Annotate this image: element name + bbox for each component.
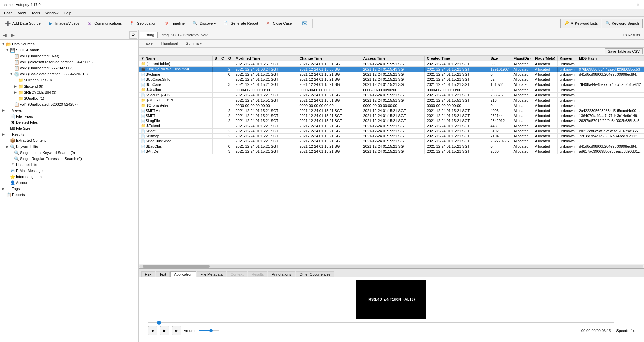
tree-item-interesting[interactable]: ⭐ Interesting Items	[0, 174, 138, 180]
table-row[interactable]: 📁 $Extend2021-12-24 01:15:21 SGT2021-12-…	[139, 123, 644, 129]
table-row[interactable]: 📄 $MFTMirr22021-12-24 01:15:21 SGT2021-1…	[139, 108, 644, 113]
maximize-button[interactable]: □	[627, 1, 633, 8]
tree-item-vol3[interactable]: ▼ 💿 vol3 (Basic data partition: 65664-52…	[0, 71, 138, 77]
nav-back-button[interactable]: ◀	[1, 32, 8, 38]
table-row[interactable]: 📄 $Volume02021-12-24 01:15:21 SGT2021-12…	[139, 72, 644, 77]
col-header-known[interactable]: Known	[557, 56, 577, 61]
tree-item-hashset[interactable]: # Hashset Hits	[0, 162, 138, 168]
tree-item-tags[interactable]: ▶ Tags	[0, 186, 138, 192]
tree-item-literal-search[interactable]: 🔍 Single Literal Keyword Search (0)	[0, 150, 138, 156]
tree-item-data-sources[interactable]: ▼ 📂 Data Sources	[0, 41, 138, 47]
col-header-md5[interactable]: MD5 Hash	[577, 56, 644, 61]
keyword-search-button[interactable]: 🔍 Keyword Search	[602, 19, 643, 28]
table-row[interactable]: 📄 $BadClus02021-12-24 01:15:21 SGT2021-1…	[139, 144, 644, 149]
col-header-c[interactable]: C	[219, 56, 226, 61]
col-header-s[interactable]: S	[212, 56, 219, 61]
tree-item-accounts[interactable]: 👤 Accounts	[0, 180, 138, 186]
tab-file-metadata[interactable]: File Metadata	[197, 271, 226, 277]
tab-thumbnail[interactable]: Thumbnail	[158, 41, 180, 47]
add-data-source-button[interactable]: ➕ Add Data Source	[1, 18, 44, 29]
timeline-position[interactable]	[157, 321, 161, 325]
horizontal-scrollbar[interactable]	[139, 264, 644, 268]
col-header-change[interactable]: Change Time	[297, 56, 361, 61]
col-header-flags-dir[interactable]: Flags(Dir)	[511, 56, 533, 61]
tab-text[interactable]: Text	[156, 271, 170, 277]
tree-item-recycle[interactable]: ▶ 📁 $RECYCLE.BIN (3)	[0, 89, 138, 95]
table-row[interactable]: 📄 $AttrDef32021-12-24 01:15:21 SGT2021-1…	[139, 149, 644, 154]
tree-item-unalloc[interactable]: 📁 $Unalloc (1)	[0, 95, 138, 101]
col-header-modified[interactable]: Modified Time	[233, 56, 297, 61]
timeline-button[interactable]: ⏱ Timeline	[160, 18, 188, 29]
menu-case[interactable]: Case	[1, 10, 15, 16]
table-row[interactable]: 📄 $UpCase32021-12-24 01:15:21 SGT2021-12…	[139, 82, 644, 87]
tree-item-vol0[interactable]: 📋 vol0 (Unallocated: 0-33)	[0, 53, 138, 59]
images-videos-button[interactable]: ▶ Images/Videos	[44, 18, 83, 29]
volume-slider[interactable]	[199, 330, 219, 331]
discovery-button[interactable]: 🔍 Discovery	[189, 18, 219, 29]
close-button[interactable]: ✕	[635, 1, 641, 8]
timeline-track[interactable]	[148, 322, 614, 323]
table-row[interactable]: 🎬 Kimi No Na Wa Clips.mp422021-12-24 01:…	[139, 67, 644, 72]
menu-help[interactable]: Help	[61, 10, 74, 16]
table-row[interactable]: 📄 $LogFile22021-12-24 01:15:21 SGT2021-1…	[139, 118, 644, 123]
communications-button[interactable]: ✉ Communications	[83, 18, 125, 29]
menu-window[interactable]: Window	[43, 10, 61, 16]
minimize-button[interactable]: ─	[619, 1, 625, 8]
generate-report-button[interactable]: 📄 Generate Report	[219, 18, 261, 29]
close-case-button[interactable]: ✕ Close Case	[262, 18, 295, 29]
table-row[interactable]: 📄 $MFT22021-12-24 01:15:21 SGT2021-12-24…	[139, 113, 644, 118]
tree-item-deleted-files[interactable]: ✖ Deleted Files	[0, 119, 138, 125]
tab-table[interactable]: Table	[141, 41, 155, 47]
tree-item-filesize[interactable]: MB File Size	[0, 125, 138, 131]
table-row[interactable]: 📁 $RECYCLE.BIN2021-12-24 01:15:51 SGT202…	[139, 98, 644, 103]
tab-application[interactable]: Application	[170, 271, 196, 277]
table-row[interactable]: 📄 $Boot22021-12-24 01:15:21 SGT2021-12-2…	[139, 129, 644, 134]
col-header-name[interactable]: ▼ Name	[139, 56, 212, 61]
tree-item-vol1[interactable]: 📋 vol1 (Microsoft reserved partition: 34…	[0, 59, 138, 65]
tree-item-email[interactable]: ✉ E-Mail Messages	[0, 168, 138, 174]
tree-item-orphan[interactable]: 📁 $OrphanFiles (0)	[0, 77, 138, 83]
scrollbar-thumb[interactable]	[143, 265, 210, 268]
tree-item-extend[interactable]: ▶ 📁 $Extend (6)	[0, 83, 138, 89]
tree-item-reports[interactable]: 📋 Reports	[0, 192, 138, 198]
table-row[interactable]: 📄 $Secure:$SDS2021-12-24 01:15:21 SGT202…	[139, 93, 644, 98]
table-row[interactable]: 📄 $Bitmap22021-12-24 01:15:21 SGT2021-12…	[139, 134, 644, 139]
col-header-size[interactable]: Size	[488, 56, 511, 61]
fast-forward-button[interactable]: ⏭	[172, 326, 181, 335]
listing-tab[interactable]: Listing	[140, 32, 158, 38]
tree-item-vol4[interactable]: 📋 vol4 (Unallocated: 520320-524287)	[0, 101, 138, 107]
col-header-flags-meta[interactable]: Flags(Meta)	[533, 56, 557, 61]
tree-item-extracted[interactable]: 📦 Extracted Content	[0, 137, 138, 144]
col-header-created[interactable]: Created Time	[425, 56, 488, 61]
tab-annotations[interactable]: Annotations	[268, 271, 295, 277]
geolocation-button[interactable]: 📍 Geolocation	[125, 18, 159, 29]
tree-item-vol2[interactable]: 📋 vol2 (Unallocated: 65570-65663)	[0, 65, 138, 71]
tab-summary[interactable]: Summary	[183, 41, 204, 47]
rewind-button[interactable]: ⏮	[148, 326, 157, 335]
tree-item-keyword-hits[interactable]: ▶ 🔍 Keyword Hits	[0, 144, 138, 150]
play-button[interactable]: ▶	[160, 326, 169, 335]
tree-item-results[interactable]: ▶ Results	[0, 131, 138, 137]
table-row[interactable]: 📄 $UpCase:$Info2021-12-24 01:15:21 SGT20…	[139, 77, 644, 82]
col-header-o[interactable]: O	[226, 56, 233, 61]
tree-item-views[interactable]: ▶ Views	[0, 107, 138, 113]
menu-tools[interactable]: Tools	[29, 10, 43, 16]
save-csv-button[interactable]: Save Table as CSV	[605, 48, 643, 54]
file-table-container[interactable]: ▼ Name S C O Modified Time Change Time A…	[139, 55, 644, 264]
tree-item-filetypes[interactable]: 📄 File Types	[0, 113, 138, 119]
volume-knob[interactable]	[209, 329, 213, 332]
table-row[interactable]: 📁 $Unalloc0000-00-00 00:00:000000-00-00 …	[139, 87, 644, 93]
table-row[interactable]: 📁 $OrphanFiles0000-00-00 00:00:000000-00…	[139, 103, 644, 108]
menu-view[interactable]: View	[15, 10, 29, 16]
nav-forward-button[interactable]: ▶	[9, 32, 16, 38]
tab-other-occurrences[interactable]: Other Occurrences	[296, 271, 334, 277]
tree-item-vmdk[interactable]: ▼ 💾 SCTF-0.vmdk	[0, 47, 138, 53]
keyword-lists-button[interactable]: 🔑 ▼ Keyword Lists	[560, 19, 601, 28]
scrollbar-track[interactable]	[139, 265, 643, 268]
settings-button[interactable]: ⚙	[129, 31, 137, 39]
table-row[interactable]: 📁 [current folder]2021-12-24 01:15:51 SG…	[139, 61, 644, 67]
tree-item-regex-search[interactable]: 🔍 Single Regular Expression Search (0)	[0, 156, 138, 162]
table-row[interactable]: 📄 $BadClus:$Bad2021-12-24 01:15:21 SGT20…	[139, 139, 644, 144]
col-header-access[interactable]: Access Time	[361, 56, 425, 61]
tab-hex[interactable]: Hex	[141, 271, 155, 277]
